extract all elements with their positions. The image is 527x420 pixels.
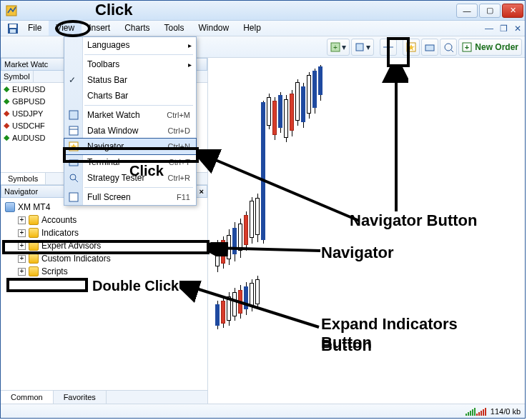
market-watch-icon: [68, 109, 79, 121]
direction-icon: ◆: [4, 96, 9, 106]
tab-common[interactable]: Common: [1, 391, 54, 404]
toolbar-navigator-button[interactable]: [403, 39, 420, 56]
menu-charts[interactable]: Charts: [117, 21, 157, 36]
svg-rect-14: [69, 111, 78, 119]
nav-custom-indicators[interactable]: + Custom Indicators: [5, 252, 203, 265]
svg-text:+: +: [465, 43, 469, 51]
symbol-label: USDCHF: [12, 121, 45, 130]
symbol-label: USDJPY: [12, 109, 43, 118]
nav-custom-label: Custom Indicators: [41, 254, 111, 264]
nav-indicators[interactable]: + Indicators: [5, 226, 203, 239]
toolbar-tester-icon[interactable]: [440, 39, 457, 56]
svg-line-21: [75, 179, 78, 182]
svg-rect-2: [9, 24, 16, 28]
window-minimize-button[interactable]: —: [456, 4, 478, 18]
symbol-label: EURUSD: [12, 85, 45, 94]
svg-rect-19: [69, 160, 78, 166]
folder-icon: [29, 241, 39, 251]
folder-icon: [29, 254, 39, 264]
menu-help[interactable]: Help: [236, 21, 268, 36]
mdi-close-button[interactable]: ✕: [511, 21, 525, 36]
menubar: File View Insert Charts Tools Window Hel…: [1, 21, 525, 36]
chart-area[interactable]: [208, 58, 525, 404]
menu-view[interactable]: View: [49, 21, 82, 36]
svg-rect-3: [10, 29, 16, 33]
view-toolbars[interactable]: Toolbars▸: [64, 56, 196, 72]
nav-accounts[interactable]: + Accounts: [5, 214, 203, 226]
menu-window[interactable]: Window: [192, 21, 237, 36]
folder-icon: [29, 215, 39, 225]
nav-root-label: XM MT4: [18, 202, 50, 212]
svg-rect-6: [356, 44, 363, 51]
col-symbol[interactable]: Symbol: [1, 71, 34, 82]
navigator-tree: XM MT4 + Accounts + Indicators +: [1, 198, 207, 390]
expand-scripts-button[interactable]: +: [18, 268, 26, 276]
nav-indicators-label: Indicators: [41, 228, 79, 238]
svg-rect-15: [69, 126, 78, 135]
terminal-icon: [68, 156, 79, 168]
app-icon: [5, 4, 18, 17]
tab-symbols[interactable]: Symbols: [1, 173, 46, 184]
view-data-window[interactable]: Data WindowCtrl+D: [64, 123, 196, 139]
symbol-label: AUDUSD: [12, 134, 45, 142]
svg-rect-9: [425, 45, 434, 51]
menu-insert[interactable]: Insert: [82, 21, 117, 36]
expand-accounts-button[interactable]: +: [18, 216, 26, 224]
view-status-bar[interactable]: ✓Status Bar: [64, 72, 196, 88]
svg-point-20: [70, 174, 76, 180]
expand-indicators-button[interactable]: +: [18, 229, 26, 237]
statusbar: 114/0 kb: [1, 404, 525, 418]
market-watch-title-text: Market Watc: [4, 60, 48, 69]
new-order-label: New Order: [475, 42, 518, 52]
svg-rect-22: [69, 193, 78, 201]
expand-custom-button[interactable]: +: [18, 255, 26, 263]
view-strategy-tester[interactable]: Strategy TesterCtrl+R: [64, 170, 196, 186]
view-dropdown: Languages▸ Toolbars▸ ✓Status Bar Charts …: [64, 36, 197, 206]
direction-icon: ◆: [4, 109, 9, 118]
nav-accounts-label: Accounts: [41, 215, 77, 225]
navigator-close-button[interactable]: ×: [200, 187, 204, 196]
folder-icon: [29, 266, 39, 276]
toolbar-profile-icon[interactable]: ▾: [351, 39, 374, 56]
mdi-controls: — ❐ ✕: [482, 21, 525, 36]
app-window: — ▢ ✕ File View Insert Charts Tools Wind…: [0, 0, 526, 419]
direction-icon: ◆: [4, 84, 9, 94]
titlebar: — ▢ ✕: [1, 1, 525, 21]
toolbar-add-icon[interactable]: +▾: [327, 39, 350, 56]
window-maximize-button[interactable]: ▢: [479, 4, 501, 18]
mdi-minimize-button[interactable]: —: [482, 21, 496, 36]
status-speed: 114/0 kb: [491, 407, 521, 416]
view-market-watch[interactable]: Market WatchCtrl+M: [64, 107, 196, 123]
view-terminal[interactable]: TerminalCtrl+T: [64, 154, 196, 170]
toolbar-crosshair-icon[interactable]: [380, 39, 397, 56]
nav-scripts-label: Scripts: [41, 266, 68, 276]
navigator-tabs: Common Favorites: [1, 390, 207, 404]
nav-expert-advisors[interactable]: + Expert Advisors: [5, 239, 203, 252]
navigator-title-text: Navigator: [4, 187, 38, 196]
save-icon[interactable]: [5, 21, 21, 36]
tester-icon: [68, 172, 79, 184]
toolbar-new-order-button[interactable]: + New Order: [458, 39, 522, 56]
tab-favorites[interactable]: Favorites: [54, 391, 107, 404]
navigator-panel: Navigator × XM MT4 + Accounts +: [1, 185, 207, 404]
view-navigator[interactable]: NavigatorCtrl+N: [64, 139, 196, 154]
server-icon: [5, 202, 15, 212]
menu-tools[interactable]: Tools: [157, 21, 192, 36]
view-full-screen[interactable]: Full ScreenF11: [64, 189, 196, 205]
symbol-label: GBPUSD: [12, 97, 45, 106]
window-close-button[interactable]: ✕: [502, 4, 523, 18]
connection-bars-icon: [466, 407, 486, 416]
svg-line-11: [450, 49, 453, 52]
menu-file[interactable]: File: [21, 21, 49, 36]
nav-scripts[interactable]: + Scripts: [5, 265, 203, 278]
svg-text:+: +: [333, 44, 338, 51]
nav-experts-label: Expert Advisors: [41, 241, 101, 251]
view-charts-bar[interactable]: Charts Bar: [64, 88, 196, 104]
view-languages[interactable]: Languages▸: [64, 37, 196, 53]
toolbar-terminal-icon[interactable]: [421, 39, 438, 56]
expand-experts-button[interactable]: +: [18, 242, 26, 250]
data-window-icon: [68, 125, 79, 136]
mdi-restore-button[interactable]: ❐: [496, 21, 511, 36]
svg-rect-0: [6, 6, 16, 16]
fullscreen-icon: [68, 191, 79, 203]
